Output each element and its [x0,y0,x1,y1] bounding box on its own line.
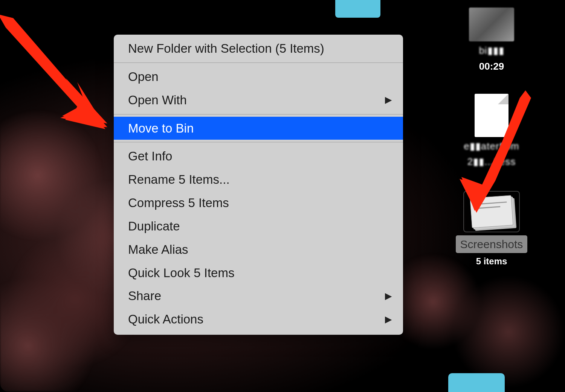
desktop-item-label: bi▮▮▮ [479,44,504,57]
menu-item-rename[interactable]: Rename 5 Items... [114,168,403,191]
desktop-item-label: 2▮▮...▮ess [467,156,516,168]
desktop-item-document[interactable]: e▮▮ater▮om 2▮▮...▮ess [464,94,519,169]
desktop-icons-column: bi▮▮▮ 00:29 e▮▮ater▮om 2▮▮...▮ess Screen… [428,8,556,267]
desktop-background: bi▮▮▮ 00:29 e▮▮ater▮om 2▮▮...▮ess Screen… [0,0,565,392]
desktop-item-stack[interactable]: Screenshots 5 items [456,191,528,267]
menu-item-label: Quick Actions [128,310,203,328]
desktop-item-label: Screenshots [456,235,528,253]
menu-item-label: Move to Bin [128,119,194,137]
menu-item-share[interactable]: Share ▶ [114,284,403,308]
menu-item-compress[interactable]: Compress 5 Items [114,191,403,215]
menu-item-get-info[interactable]: Get Info [114,145,403,168]
desktop-item-label: e▮▮ater▮om [464,140,519,153]
menu-separator [114,142,403,142]
menu-item-label: Quick Look 5 Items [128,264,234,282]
desktop-item-timestamp: 00:29 [479,60,504,73]
menu-item-quick-look[interactable]: Quick Look 5 Items [114,261,403,285]
folder-icon[interactable] [335,0,380,18]
video-thumbnail-icon [469,8,514,41]
menu-item-make-alias[interactable]: Make Alias [114,238,403,261]
menu-item-new-folder-with-selection[interactable]: New Folder with Selection (5 Items) [114,37,403,60]
menu-item-label: New Folder with Selection (5 Items) [128,40,324,58]
context-menu: New Folder with Selection (5 Items) Open… [114,35,403,335]
document-icon [475,94,508,137]
menu-item-open-with[interactable]: Open With ▶ [114,88,403,112]
menu-item-label: Open [128,68,159,86]
desktop-item-count: 5 items [476,256,507,267]
menu-item-label: Compress 5 Items [128,194,229,212]
menu-item-label: Get Info [128,147,172,165]
menu-separator [114,114,403,114]
menu-separator [114,63,403,63]
stack-icon [463,191,520,232]
menu-item-label: Open With [128,91,187,109]
desktop-item-video[interactable]: bi▮▮▮ 00:29 [469,8,514,73]
menu-item-quick-actions[interactable]: Quick Actions ▶ [114,308,403,331]
menu-item-label: Share [128,287,161,305]
chevron-right-icon: ▶ [385,93,392,107]
menu-item-move-to-bin[interactable]: Move to Bin [114,117,403,140]
menu-item-label: Duplicate [128,217,180,235]
menu-item-label: Make Alias [128,241,188,259]
menu-item-open[interactable]: Open [114,65,403,88]
folder-icon[interactable] [448,373,505,392]
chevron-right-icon: ▶ [385,290,392,303]
menu-item-duplicate[interactable]: Duplicate [114,215,403,238]
menu-item-label: Rename 5 Items... [128,171,230,189]
chevron-right-icon: ▶ [385,313,392,326]
